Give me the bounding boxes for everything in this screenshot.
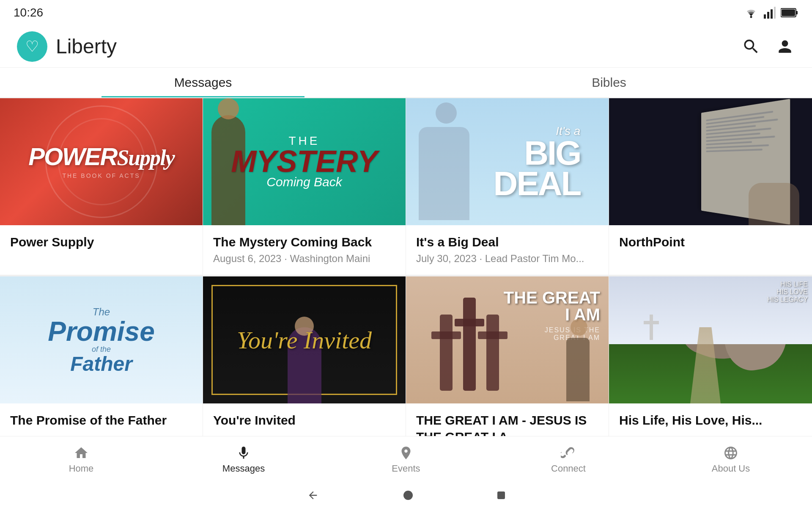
tab-messages[interactable]: Messages bbox=[0, 68, 406, 97]
events-icon bbox=[398, 445, 414, 461]
home-icon bbox=[74, 445, 89, 461]
bottom-nav: Home Messages Events Connect About Us bbox=[0, 436, 812, 483]
battery-icon bbox=[781, 8, 798, 18]
card-image-his-life: HIS LIFE HIS LOVE HIS LEGACY bbox=[609, 276, 812, 403]
home-circle-icon bbox=[403, 491, 413, 500]
card-meta-mystery: August 6, 2023 · Washington Maini bbox=[213, 253, 395, 265]
main-content: POWERSupply THE BOOK OF ACTS Power Suppl… bbox=[0, 98, 812, 436]
nav-messages-label: Messages bbox=[222, 463, 265, 474]
card-image-promise: The Promise of the Father bbox=[0, 276, 203, 403]
search-button[interactable] bbox=[741, 36, 761, 57]
nav-events-label: Events bbox=[392, 463, 420, 474]
mic-icon bbox=[236, 445, 251, 461]
card-promise[interactable]: The Promise of the Father The Promise of… bbox=[0, 276, 203, 436]
nav-about-us-label: About Us bbox=[712, 463, 750, 474]
svg-rect-2 bbox=[767, 12, 769, 19]
card-image-power-supply: POWERSupply THE BOOK OF ACTS bbox=[0, 98, 203, 225]
power-supply-text: POWERSupply bbox=[28, 144, 174, 169]
card-info-big-deal: It's a Big Deal July 30, 2023 · Lead Pas… bbox=[406, 225, 609, 275]
card-invited[interactable]: You're Invited You're Invited bbox=[203, 276, 406, 436]
signal-icon bbox=[764, 7, 776, 19]
card-meta-big-deal: July 30, 2023 · Lead Pastor Tim Mo... bbox=[416, 253, 598, 265]
bigdeal-overlay: It's a BIGDEAL bbox=[426, 116, 589, 207]
card-info-his-life: His Life, His Love, His... bbox=[609, 403, 812, 436]
card-power-supply[interactable]: POWERSupply THE BOOK OF ACTS Power Suppl… bbox=[0, 98, 203, 275]
card-title-promise: The Promise of the Father bbox=[10, 412, 192, 428]
svg-rect-4 bbox=[774, 7, 776, 19]
card-northpoint[interactable]: NorthPoint bbox=[609, 98, 812, 275]
tab-bibles[interactable]: Bibles bbox=[406, 68, 812, 97]
system-nav bbox=[0, 483, 812, 508]
cards-row-1: POWERSupply THE BOOK OF ACTS Power Suppl… bbox=[0, 98, 812, 275]
nav-connect-label: Connect bbox=[551, 463, 586, 474]
nav-events[interactable]: Events bbox=[325, 436, 487, 483]
card-overlay-power-supply: POWERSupply THE BOOK OF ACTS bbox=[20, 136, 183, 188]
nav-home[interactable]: Home bbox=[0, 436, 162, 483]
search-icon bbox=[742, 37, 760, 56]
card-info-great-i-am: THE GREAT I AM - JESUS IS THE GREAT I A.… bbox=[406, 403, 609, 436]
card-title-power-supply: Power Supply bbox=[10, 234, 192, 250]
status-time: 10:26 bbox=[14, 6, 43, 19]
app-logo[interactable]: ♡ bbox=[17, 31, 47, 62]
globe-icon bbox=[723, 445, 738, 461]
recents-button[interactable] bbox=[497, 491, 505, 499]
card-info-promise: The Promise of the Father bbox=[0, 403, 203, 436]
card-big-deal[interactable]: It's a BIGDEAL It's a Big Deal July 30, … bbox=[406, 98, 609, 275]
card-his-life[interactable]: HIS LIFE HIS LOVE HIS LEGACY His Life, H… bbox=[609, 276, 812, 436]
cards-row-2: The Promise of the Father The Promise of… bbox=[0, 276, 812, 436]
card-title-great-i-am: THE GREAT I AM - JESUS IS THE GREAT I A.… bbox=[416, 412, 598, 436]
card-title-invited: You're Invited bbox=[213, 412, 395, 428]
app-title: Liberty bbox=[56, 35, 117, 58]
back-icon bbox=[307, 489, 319, 501]
back-button[interactable] bbox=[307, 489, 319, 501]
svg-rect-7 bbox=[782, 9, 795, 16]
connect-icon bbox=[561, 445, 576, 461]
svg-rect-3 bbox=[771, 9, 773, 19]
nav-home-label: Home bbox=[69, 463, 94, 474]
nav-about-us[interactable]: About Us bbox=[650, 436, 812, 483]
card-info-invited: You're Invited bbox=[203, 403, 406, 436]
svg-rect-1 bbox=[764, 14, 766, 19]
invited-overlay: You're Invited bbox=[237, 326, 372, 354]
home-button[interactable] bbox=[403, 491, 413, 500]
recents-icon bbox=[497, 491, 505, 499]
card-image-mystery: THE MYSTERY Coming Back bbox=[203, 98, 406, 225]
nav-connect[interactable]: Connect bbox=[487, 436, 650, 483]
card-great-i-am[interactable]: THE GREATI AM JESUS IS THEGREAT I AM THE… bbox=[406, 276, 609, 436]
card-info-northpoint: NorthPoint bbox=[609, 225, 812, 263]
svg-rect-6 bbox=[796, 11, 798, 14]
card-image-invited: You're Invited bbox=[203, 276, 406, 403]
card-image-great-i-am: THE GREATI AM JESUS IS THEGREAT I AM bbox=[406, 276, 609, 403]
card-title-his-life: His Life, His Love, His... bbox=[619, 412, 802, 428]
wifi-icon bbox=[743, 7, 759, 19]
status-icons bbox=[743, 7, 798, 19]
promise-overlay: The Promise of the Father bbox=[39, 298, 163, 383]
card-info-power-supply: Power Supply bbox=[0, 225, 203, 263]
svg-point-0 bbox=[750, 16, 752, 18]
tabs: Messages Bibles bbox=[0, 68, 812, 98]
header-right bbox=[741, 36, 795, 57]
card-title-northpoint: NorthPoint bbox=[619, 234, 802, 250]
card-info-mystery: The Mystery Coming Back August 6, 2023 ·… bbox=[203, 225, 406, 275]
power-supply-subtitle: THE BOOK OF ACTS bbox=[28, 172, 174, 179]
header-left: ♡ Liberty bbox=[17, 31, 117, 62]
nav-messages[interactable]: Messages bbox=[162, 436, 325, 483]
card-title-big-deal: It's a Big Deal bbox=[416, 234, 598, 250]
card-mystery[interactable]: THE MYSTERY Coming Back The Mystery Comi… bbox=[203, 98, 406, 275]
card-image-big-deal: It's a BIGDEAL bbox=[406, 98, 609, 225]
header: ♡ Liberty bbox=[0, 25, 812, 68]
card-image-northpoint bbox=[609, 98, 812, 225]
profile-icon bbox=[776, 37, 794, 56]
heart-icon: ♡ bbox=[25, 38, 39, 55]
mystery-overlay: THE MYSTERY Coming Back bbox=[222, 126, 386, 198]
card-title-mystery: The Mystery Coming Back bbox=[213, 234, 395, 250]
status-bar: 10:26 bbox=[0, 0, 812, 25]
profile-button[interactable] bbox=[775, 36, 795, 57]
